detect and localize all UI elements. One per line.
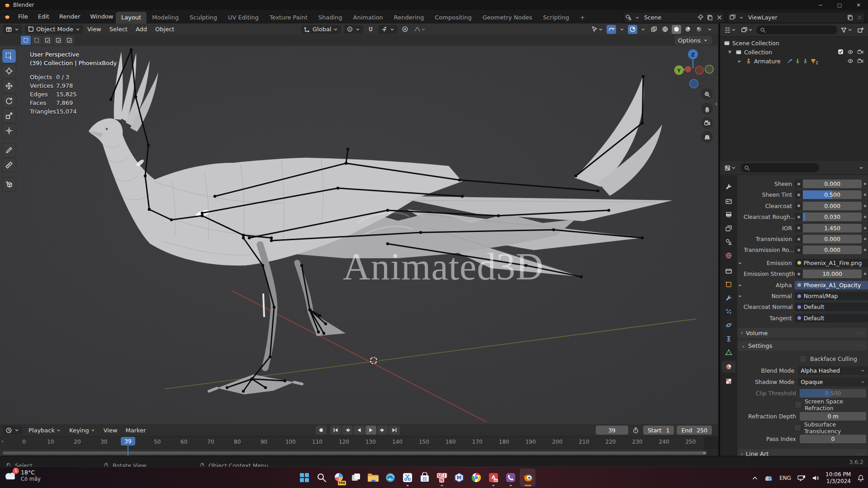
tab-scripting[interactable]: Scripting: [537, 12, 574, 24]
taskbar-app-search[interactable]: [313, 469, 329, 487]
timeline-editor-type-button[interactable]: [3, 426, 22, 435]
rotate-tool-button[interactable]: [2, 94, 16, 108]
navigation-gizmo[interactable]: Z Y: [670, 47, 717, 92]
properties-tab-physics[interactable]: [722, 319, 735, 331]
prev-key-button[interactable]: [342, 426, 353, 435]
property-socket-field[interactable]: Phoenix_A1_Fire.png: [795, 259, 868, 267]
panel-grip-icon[interactable]: ::::: [857, 331, 864, 335]
property-slider[interactable]: 0.500: [803, 190, 862, 199]
proportional-editing-toggle[interactable]: [400, 25, 410, 34]
outliner-row-collection[interactable]: ▼Collection: [720, 47, 868, 57]
close-icon[interactable]: [715, 14, 724, 21]
properties-tab-modifiers[interactable]: [722, 292, 735, 304]
panel-collapse-arrow[interactable]: ‹: [715, 100, 717, 107]
playhead-line[interactable]: [128, 445, 128, 456]
decorator-dot[interactable]: [862, 273, 868, 275]
select-mode-4[interactable]: [64, 36, 74, 45]
next-key-button[interactable]: [377, 426, 388, 435]
decorator-dot[interactable]: [862, 227, 868, 229]
select-mode-3[interactable]: [53, 36, 63, 45]
property-socket-field[interactable]: Default: [795, 303, 868, 311]
add-workspace-button[interactable]: +: [574, 12, 590, 24]
blender-menu-logo-icon[interactable]: [4, 14, 10, 20]
measure-tool-button[interactable]: [2, 158, 16, 172]
expand-right-icon[interactable]: ►: [737, 261, 744, 265]
menu-file[interactable]: File: [13, 10, 33, 24]
taskbar-app-chrome[interactable]: [468, 469, 484, 487]
property-slider[interactable]: 1.450: [803, 224, 862, 232]
annotate-tool-button[interactable]: [2, 143, 16, 157]
properties-tab-render[interactable]: [722, 195, 735, 207]
outliner-filter-button[interactable]: [839, 25, 854, 34]
weather-widget[interactable]: 1 18°C Có mây: [4, 469, 41, 483]
decorator-dot[interactable]: [862, 205, 868, 207]
current-frame-badge[interactable]: 39: [121, 437, 135, 445]
viewport-menu-view[interactable]: View: [83, 26, 105, 33]
expand-right-icon[interactable]: ►: [737, 283, 744, 287]
pan-button[interactable]: [701, 103, 713, 114]
property-slider[interactable]: 0.000: [803, 246, 862, 254]
property-slider[interactable]: 0.030: [803, 213, 862, 221]
expand-down-icon[interactable]: ▼: [728, 50, 735, 54]
falloff-dropdown[interactable]: [413, 25, 427, 34]
property-slider[interactable]: 0.000: [803, 202, 862, 210]
scrollbar-end-dot[interactable]: [703, 451, 706, 455]
tab-animation[interactable]: Animation: [348, 12, 389, 24]
decorator-dot[interactable]: [862, 183, 868, 185]
gizmo-z-negative[interactable]: [690, 80, 698, 88]
tab-geometry-nodes[interactable]: Geometry Nodes: [477, 12, 538, 24]
select-mode-0[interactable]: [21, 36, 31, 45]
taskbar-app-unikey[interactable]: UIN: [434, 469, 450, 487]
timeline-menu-view[interactable]: View: [100, 427, 121, 434]
properties-tab-constraints[interactable]: [722, 333, 735, 345]
timeline-menu-playback[interactable]: Playback: [25, 427, 65, 434]
play-button[interactable]: [365, 426, 376, 435]
tray-expand-chevron-icon[interactable]: [752, 476, 758, 480]
scale-tool-button[interactable]: [2, 109, 16, 123]
expand-right-icon[interactable]: ►: [737, 294, 744, 298]
tab-shading[interactable]: Shading: [313, 12, 348, 24]
properties-tab-texture[interactable]: [722, 375, 735, 387]
viewport-menu-object[interactable]: Object: [151, 26, 178, 33]
viewlayer-selector[interactable]: ViewLayer: [727, 12, 865, 23]
pin-icon[interactable]: [696, 14, 705, 21]
orthographic-toggle-button[interactable]: [701, 131, 713, 143]
copy-icon[interactable]: [705, 14, 715, 21]
taskbar-app-task-view[interactable]: [348, 469, 364, 487]
notifications-bell-icon[interactable]: [857, 474, 864, 482]
properties-tab-data[interactable]: [722, 346, 735, 358]
shading-dropdown[interactable]: [706, 25, 714, 34]
properties-editor-type-button[interactable]: [723, 163, 738, 172]
decorator-dot[interactable]: [862, 238, 868, 240]
tab-compositing[interactable]: Compositing: [429, 12, 477, 24]
decorator-dot[interactable]: [862, 194, 868, 196]
gizmo-x-negative[interactable]: [695, 66, 703, 74]
properties-tab-particles[interactable]: [722, 306, 735, 317]
timeline-expand-arrow[interactable]: ›: [1, 438, 4, 445]
properties-tab-material[interactable]: [722, 361, 735, 373]
outliner-item-label[interactable]: Armature: [754, 58, 781, 65]
xray-mode-button[interactable]: [649, 25, 659, 34]
taskbar-app-snipping[interactable]: [399, 469, 415, 487]
outliner-display-mode-button[interactable]: [723, 25, 738, 34]
viewlayer-name[interactable]: ViewLayer: [745, 14, 845, 21]
onedrive-icon[interactable]: [764, 475, 773, 481]
properties-tab-tool[interactable]: [722, 181, 735, 193]
property-socket-field[interactable]: Default: [795, 314, 868, 322]
cursor-tool-button[interactable]: [2, 64, 16, 78]
menu-edit[interactable]: Edit: [33, 10, 54, 24]
taskbar-app-viber[interactable]: [503, 469, 518, 487]
gizmo-y-negative[interactable]: [705, 65, 713, 73]
pivot-dropdown[interactable]: [344, 25, 363, 34]
properties-tab-output[interactable]: [722, 209, 735, 221]
options-button[interactable]: Options: [674, 36, 712, 45]
volume-icon[interactable]: [812, 475, 819, 481]
expand-right-icon[interactable]: ►: [738, 59, 745, 63]
editor-type-button[interactable]: [3, 25, 22, 34]
taskbar-app-mindmaple[interactable]: M: [451, 469, 467, 487]
timeline-menu-marker[interactable]: Marker: [122, 427, 150, 434]
add-cube-tool-button[interactable]: [2, 178, 16, 191]
tab-modeling[interactable]: Modeling: [147, 12, 184, 24]
property-socket-field[interactable]: Normal/Map: [795, 292, 868, 300]
decorator-dot[interactable]: [862, 216, 868, 218]
